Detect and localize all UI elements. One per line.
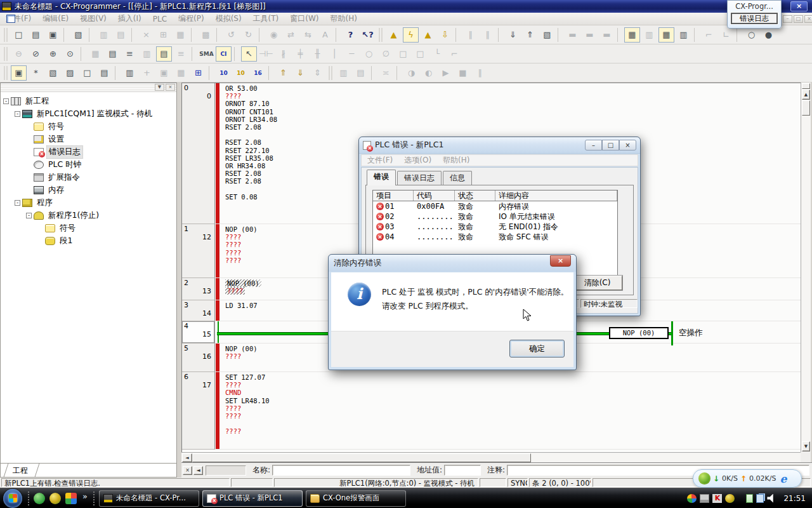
tree-item-label[interactable]: PLC 时钟: [46, 159, 83, 171]
tray-volume-icon[interactable]: [767, 494, 776, 503]
taskbar-button[interactable]: CX-One报警画面: [306, 490, 406, 507]
window-cascade-icon[interactable]: ▣: [11, 65, 27, 81]
msgbox-title-bar[interactable]: 清除内存错误: [329, 255, 576, 272]
copy-icon[interactable]: ⊞: [155, 27, 171, 43]
instruction-box2-icon[interactable]: □: [412, 46, 428, 62]
new-icon[interactable]: □: [11, 27, 27, 43]
diff-icon[interactable]: ⌐: [701, 27, 717, 43]
tree-item-label[interactable]: 新PLC1[CQM1] 监视模式 - 待机: [35, 108, 154, 120]
grip[interactable]: [4, 66, 8, 80]
print-icon[interactable]: ▥: [96, 27, 112, 43]
ie-browser-icon[interactable]: e: [780, 472, 787, 485]
mnemonic-icon[interactable]: SMA: [199, 46, 214, 62]
sep[interactable]: [209, 66, 213, 80]
instruction-line[interactable]: SET LR48.10: [225, 397, 801, 404]
rung-margin[interactable]: 6 17: [182, 372, 215, 450]
io-edit-icon[interactable]: ▥: [676, 27, 691, 43]
tree-item[interactable]: - 新程序1(停止): [1, 209, 176, 222]
zoom-tool-icon[interactable]: ⊘: [28, 46, 44, 62]
rung-list-icon[interactable]: ≡: [122, 46, 138, 62]
grip[interactable]: [4, 28, 8, 42]
open-icon[interactable]: ▤: [28, 27, 44, 43]
context-help-icon[interactable]: ↖?: [360, 27, 376, 43]
menu-item[interactable]: 视图(V): [74, 12, 112, 25]
dialog-restore-icon[interactable]: □: [602, 140, 619, 150]
sep[interactable]: [371, 66, 376, 80]
dialog-tab[interactable]: 错误: [367, 170, 396, 185]
rung-margin[interactable]: 5 16: [182, 344, 215, 372]
compare-icon[interactable]: ≍: [378, 65, 394, 81]
horizontal-scrollbar[interactable]: ◄: [181, 452, 801, 462]
workspace-dropdown-icon[interactable]: ▼: [155, 84, 164, 91]
col-code[interactable]: 代码: [414, 190, 455, 201]
tools-icon[interactable]: *: [28, 65, 44, 81]
hex-window-icon[interactable]: ⊞: [190, 65, 206, 81]
output-window-icon[interactable]: ▨: [62, 65, 78, 81]
tree-item-label[interactable]: 新工程: [23, 95, 51, 107]
horizontal-scroll-thumb[interactable]: [192, 453, 531, 462]
grip[interactable]: [329, 66, 332, 80]
rung-body[interactable]: SET 127.07 ???? CMND SET LR48.10 ???? ??…: [215, 372, 801, 450]
find-az-icon[interactable]: A: [317, 27, 333, 43]
address-input[interactable]: [444, 465, 481, 476]
sep[interactable]: [455, 28, 460, 42]
contact-not-icon[interactable]: ∦: [275, 46, 291, 62]
tree-item-label[interactable]: 程序: [35, 197, 55, 209]
tree-expander-icon[interactable]: -: [15, 111, 20, 117]
print-preview-icon[interactable]: ▤: [113, 27, 129, 43]
tray-antivirus-icon[interactable]: K: [712, 494, 722, 503]
menu-item[interactable]: 模拟(S): [210, 12, 247, 25]
io-status-icon[interactable]: ▥: [641, 27, 657, 43]
menu-item[interactable]: PLC: [147, 13, 173, 25]
dialog-menu-item[interactable]: 选项(O): [398, 154, 437, 166]
lock-icon[interactable]: ○: [743, 27, 759, 43]
instruction-line[interactable]: OR 53.00: [225, 84, 801, 92]
col-detail[interactable]: 详细内容: [495, 190, 617, 201]
scroll-down-icon[interactable]: ▼: [802, 441, 810, 451]
grip[interactable]: [379, 28, 383, 42]
sep[interactable]: [737, 28, 741, 42]
menu-item[interactable]: 帮助(H): [325, 12, 363, 25]
pause-monitor-icon[interactable]: ∥: [462, 27, 478, 43]
tree-item[interactable]: - 扩展指令: [1, 171, 176, 184]
instruction-line[interactable]: RSET 2.08: [225, 123, 801, 131]
quicklaunch-apps-icon[interactable]: [65, 493, 77, 504]
tree-item-label[interactable]: 符号: [58, 222, 77, 234]
online-edit-icon[interactable]: ▤: [353, 65, 369, 81]
hierarchy-icon[interactable]: ≡: [173, 46, 189, 62]
properties-icon[interactable]: ▤: [96, 65, 112, 81]
coil-icon[interactable]: ○: [361, 46, 377, 62]
upload-icon[interactable]: ⇑: [275, 65, 291, 81]
instruction-line[interactable]: [225, 420, 801, 427]
quicklaunch-browser-icon[interactable]: [34, 493, 45, 504]
trace-icon[interactable]: ∟: [718, 27, 734, 43]
sep[interactable]: [192, 47, 196, 61]
symbol-table-icon[interactable]: ▤: [156, 46, 172, 62]
clear-button[interactable]: 清除(C): [572, 276, 622, 290]
workspace-close-icon[interactable]: ×: [166, 84, 175, 91]
local-window-icon[interactable]: ▣: [156, 65, 172, 81]
contact-icon[interactable]: ⊣⊢: [258, 46, 274, 62]
instruction-line[interactable]: SET 127.07: [225, 373, 801, 381]
instruction-box-icon[interactable]: □: [395, 46, 411, 62]
floating-window-title[interactable]: CX-Progr...: [728, 1, 781, 11]
cross-ref-icon[interactable]: +: [139, 65, 155, 81]
work-online-icon[interactable]: ▥: [336, 65, 351, 81]
tree-item-label[interactable]: 扩展指令: [46, 171, 82, 184]
instruction-line[interactable]: ORNOT CNT101: [225, 108, 801, 116]
online-hand2-icon[interactable]: ◐: [421, 65, 436, 81]
sep[interactable]: [191, 28, 195, 42]
online-error-icon[interactable]: ϟ: [403, 27, 419, 43]
scroll-left-icon[interactable]: ◄: [182, 453, 192, 462]
dialog-menu-item[interactable]: 文件(F): [362, 154, 398, 166]
find-error-icon[interactable]: ▲: [420, 27, 436, 43]
transfer-from-plc-icon[interactable]: ⇑: [522, 27, 538, 43]
find-in-project-icon[interactable]: ▧: [70, 27, 86, 43]
tray-network-icon[interactable]: [756, 494, 764, 503]
cut-icon[interactable]: ×: [138, 27, 154, 43]
find-icon[interactable]: ◉: [266, 27, 282, 43]
tree-item-label[interactable]: 内存: [46, 184, 66, 196]
tree-item-label[interactable]: 新程序1(停止): [46, 210, 101, 222]
menu-item[interactable]: 编辑(E): [37, 12, 74, 25]
sep[interactable]: [268, 66, 273, 80]
